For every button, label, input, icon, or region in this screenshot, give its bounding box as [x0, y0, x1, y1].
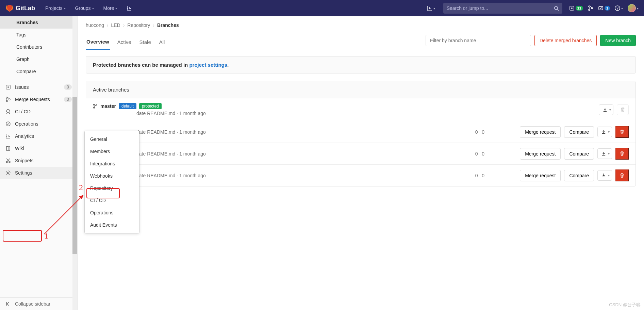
download-button[interactable]: ▾: [599, 104, 613, 115]
compare-button[interactable]: Compare: [564, 170, 594, 181]
merge-request-button[interactable]: Merge request: [520, 126, 561, 138]
sidebar-item-wiki[interactable]: Wiki: [0, 142, 77, 154]
scrollbar-track[interactable]: [72, 16, 77, 310]
sidebar-sub-contributors[interactable]: Contributors: [0, 41, 77, 53]
todos-shortcut[interactable]: 1: [598, 5, 610, 11]
download-button[interactable]: ▾: [597, 127, 612, 137]
download-button[interactable]: ▾: [597, 170, 612, 181]
chevron-down-icon: ▾: [608, 174, 610, 177]
tab-stale[interactable]: Stale: [139, 34, 152, 50]
branch-icon: [93, 104, 98, 109]
delete-merged-button[interactable]: Delete merged branches: [534, 35, 597, 46]
sidebar-sub-graph[interactable]: Graph: [0, 53, 77, 65]
sidebar-item-cicd[interactable]: CI / CD: [0, 105, 77, 118]
scrollbar-thumb[interactable]: [72, 97, 77, 254]
svg-point-1: [555, 6, 558, 9]
compare-button[interactable]: Compare: [564, 126, 594, 138]
tab-all[interactable]: All: [159, 34, 166, 50]
collapse-sidebar[interactable]: Collapse sidebar: [0, 297, 77, 310]
search-box[interactable]: [443, 3, 562, 14]
delete-branch-button[interactable]: [615, 169, 629, 181]
flyout-integrations[interactable]: Integrations: [85, 158, 139, 170]
tab-active[interactable]: Active: [117, 34, 132, 50]
chart-icon: [127, 5, 132, 11]
merge-request-button[interactable]: Merge request: [520, 148, 561, 160]
svg-point-21: [94, 107, 95, 109]
svg-point-13: [6, 100, 7, 102]
settings-flyout: General Members Integrations Webhooks Re…: [84, 131, 139, 233]
branch-name[interactable]: master: [100, 103, 116, 109]
new-menu[interactable]: ▾: [425, 4, 438, 13]
nav-projects[interactable]: Projects▾: [42, 3, 69, 14]
sidebar-item-issues[interactable]: Issues 0: [0, 81, 77, 93]
help-icon: ?: [615, 5, 620, 11]
project-settings-link[interactable]: project settings: [189, 62, 227, 68]
protected-badge: protected: [139, 103, 162, 109]
flyout-general[interactable]: General: [85, 133, 139, 145]
issues-badge: 11: [576, 6, 583, 11]
breadcrumb-item[interactable]: huocong: [86, 22, 104, 28]
search-input[interactable]: [447, 5, 554, 11]
nav-activity-icon[interactable]: [123, 3, 135, 14]
sidebar-item-settings[interactable]: Settings: [0, 167, 77, 179]
branch-row: date README.md · 1 month ago 0 0 Merge r…: [86, 121, 635, 143]
sidebar-item-analytics[interactable]: Analytics: [0, 130, 77, 142]
branch-meta: date README.md · 1 month ago: [136, 173, 473, 178]
breadcrumb-current: Branches: [157, 22, 179, 28]
flyout-audit[interactable]: Audit Events: [85, 219, 139, 231]
plus-icon: [427, 6, 432, 11]
svg-point-6: [591, 7, 593, 9]
user-menu[interactable]: ▾: [628, 4, 639, 12]
merge-request-button[interactable]: Merge request: [520, 170, 561, 181]
nav-groups[interactable]: Groups▾: [72, 3, 97, 14]
sidebar-item-merge[interactable]: Merge Requests 0: [0, 93, 77, 105]
trash-icon: [620, 129, 625, 134]
chevron-down-icon: ▾: [92, 6, 94, 10]
delete-branch-button[interactable]: [615, 148, 629, 160]
nav-more[interactable]: More▾: [100, 3, 121, 14]
download-icon: [601, 129, 606, 134]
chevron-down-icon: ▾: [637, 6, 639, 10]
brand-text: GitLab: [16, 5, 35, 12]
compare-button[interactable]: Compare: [564, 148, 594, 160]
download-button[interactable]: ▾: [597, 148, 612, 159]
flyout-operations[interactable]: Operations: [85, 207, 139, 219]
ahead-behind: 0 0: [475, 151, 486, 157]
delete-branch-button[interactable]: [615, 126, 629, 138]
chevron-down-icon: ▾: [621, 6, 623, 10]
merge-icon: [5, 97, 11, 102]
breadcrumb-item[interactable]: Repository: [127, 22, 150, 28]
flyout-cicd[interactable]: CI / CD: [85, 194, 139, 207]
sidebar-sub-compare[interactable]: Compare: [0, 65, 77, 78]
branch-row-master: master default protected date README.md …: [86, 98, 635, 121]
trash-icon: [620, 173, 625, 178]
sidebar-sub-tags[interactable]: Tags: [0, 29, 77, 41]
gitlab-logo[interactable]: GitLab: [5, 4, 35, 12]
trash-icon: [620, 151, 625, 156]
sidebar-item-snippets[interactable]: Snippets: [0, 154, 77, 167]
flyout-repository[interactable]: Repository: [85, 182, 139, 194]
help-menu[interactable]: ?▾: [615, 5, 623, 11]
flyout-webhooks[interactable]: Webhooks: [85, 170, 139, 182]
book-icon: [5, 146, 11, 151]
svg-point-4: [589, 6, 590, 7]
merge-shortcut[interactable]: [588, 5, 593, 11]
new-branch-button[interactable]: New branch: [600, 35, 636, 46]
svg-point-11: [7, 86, 9, 88]
protected-info: Protected branches can be managed in pro…: [86, 56, 636, 74]
merge-icon: [588, 5, 593, 11]
breadcrumb-item[interactable]: LED: [111, 22, 120, 28]
trash-icon: [620, 107, 625, 112]
sidebar-sub-branches[interactable]: Branches: [0, 16, 77, 29]
issues-shortcut[interactable]: 11: [569, 5, 583, 11]
svg-point-5: [589, 9, 590, 11]
issues-icon: [5, 84, 11, 90]
scissors-icon: [5, 158, 11, 163]
issue-icon: [569, 5, 575, 11]
tab-overview[interactable]: Overview: [86, 34, 110, 50]
breadcrumb: huocong› LED› Repository› Branches: [86, 16, 636, 34]
filter-input[interactable]: [426, 35, 531, 46]
svg-point-17: [9, 161, 10, 163]
sidebar-item-operations[interactable]: Operations: [0, 118, 77, 130]
flyout-members[interactable]: Members: [85, 145, 139, 158]
